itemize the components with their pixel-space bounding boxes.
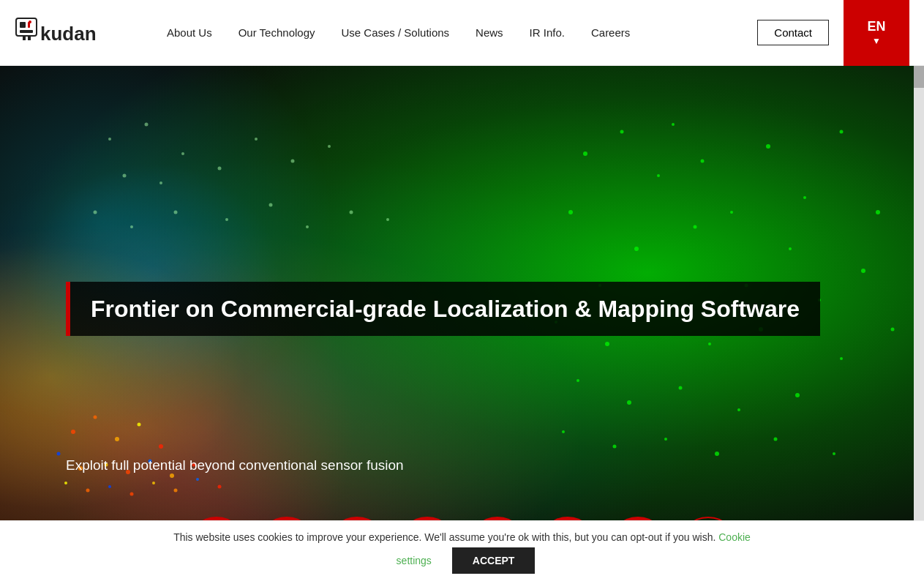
cookie-link[interactable]: Cookie [718,531,751,543]
hero-title: Frontier on Commercial-grade Localizatio… [70,282,820,336]
chevron-down-icon: ▼ [872,36,881,46]
svg-point-25 [861,269,865,273]
svg-point-9 [620,130,624,134]
svg-point-60 [386,218,389,221]
hero-title-block: Frontier on Commercial-grade Localizatio… [66,282,820,336]
svg-point-74 [86,489,90,493]
svg-point-66 [57,452,61,456]
svg-point-12 [672,123,675,126]
svg-point-35 [679,386,683,390]
svg-rect-5 [23,36,26,40]
svg-point-57 [269,203,273,207]
svg-point-46 [181,152,184,155]
svg-point-71 [170,473,174,478]
svg-point-62 [94,416,97,419]
svg-point-49 [218,167,222,171]
svg-point-19 [694,225,697,229]
svg-point-33 [576,379,579,382]
nav-use-cases[interactable]: Use Cases / Solutions [328,0,463,66]
cookie-accept-button[interactable]: ACCEPT [452,547,536,574]
svg-point-37 [795,393,800,397]
hero-subtitle: Exploit full potential beyond convention… [66,457,404,473]
svg-point-54 [130,225,133,228]
svg-point-3 [29,20,31,23]
scrollbar[interactable] [914,0,924,584]
svg-point-29 [708,342,711,345]
svg-point-10 [657,174,660,177]
svg-point-18 [634,247,639,251]
svg-point-51 [291,160,295,163]
svg-point-73 [64,482,67,484]
svg-point-39 [613,445,617,449]
svg-point-38 [562,430,565,433]
svg-point-50 [255,138,258,141]
svg-point-13 [701,160,705,163]
logo[interactable]: kudan [15,12,124,53]
svg-point-43 [833,452,835,455]
svg-point-34 [627,400,631,405]
nav-about-us[interactable]: About Us [154,0,225,66]
cookie-message: This website uses cookies to improve you… [173,531,715,543]
svg-point-52 [328,145,331,148]
svg-point-11 [568,210,573,214]
svg-point-32 [891,328,895,332]
svg-point-14 [766,144,770,149]
svg-point-75 [108,485,111,488]
nav-our-technology[interactable]: Our Technology [225,0,328,66]
svg-point-55 [174,211,178,214]
svg-point-16 [840,130,844,134]
svg-point-31 [840,357,843,360]
contact-button[interactable]: Contact [757,20,829,45]
svg-point-20 [789,247,792,250]
svg-point-58 [306,225,309,228]
svg-point-61 [71,430,75,434]
svg-point-42 [774,438,778,441]
svg-rect-0 [16,18,37,36]
svg-rect-6 [28,36,31,40]
svg-point-8 [583,151,587,156]
svg-point-15 [803,196,806,199]
svg-point-41 [715,452,719,456]
main-nav: About Us Our Technology Use Cases / Solu… [154,0,750,66]
svg-point-59 [350,211,353,214]
hero-section: Frontier on Commercial-grade Localizatio… [0,66,924,584]
nav-news[interactable]: News [462,0,517,66]
svg-point-77 [152,482,155,484]
kudan-logo: kudan [15,12,124,53]
svg-rect-4 [20,30,33,33]
svg-point-17 [730,211,733,214]
svg-point-56 [225,218,228,221]
lang-label: EN [867,19,885,34]
nav-ir-info[interactable]: IR Info. [517,0,578,66]
svg-point-65 [159,444,163,449]
cookie-settings-button[interactable]: settings [397,555,432,566]
svg-point-64 [138,423,141,427]
cookie-bar: This website uses cookies to improve you… [0,520,924,584]
svg-point-45 [145,123,149,127]
svg-point-76 [130,493,134,496]
svg-point-53 [94,211,97,214]
svg-point-21 [876,210,880,214]
svg-point-48 [159,181,162,184]
svg-point-79 [196,478,199,481]
nav-careers[interactable]: Careers [578,0,643,66]
svg-point-44 [108,138,111,141]
svg-point-36 [737,408,740,411]
svg-rect-1 [20,22,26,28]
svg-point-80 [218,485,222,489]
svg-point-27 [605,342,609,346]
svg-point-78 [174,489,178,493]
svg-point-40 [664,438,667,441]
svg-point-47 [123,174,127,178]
svg-point-63 [115,437,119,441]
header: kudan About Us Our Technology Use Cases … [0,0,924,66]
language-selector[interactable]: EN ▼ [844,0,909,66]
svg-text:kudan: kudan [40,23,97,45]
